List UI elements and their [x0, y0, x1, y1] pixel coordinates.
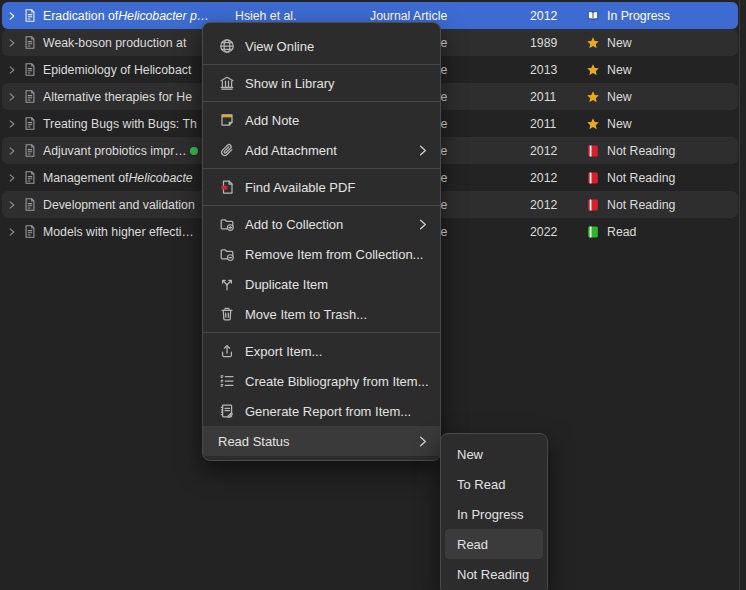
- item-title: Management of Helicobacte: [43, 164, 219, 191]
- document-icon: [23, 2, 39, 29]
- menu-item-add-note[interactable]: Add Note: [203, 105, 440, 135]
- menu-separator: [203, 64, 440, 65]
- menu-item-generate-report[interactable]: Generate Report from Item...: [203, 396, 440, 426]
- menu-item-label: Add Attachment: [245, 143, 415, 158]
- item-read-status: New: [586, 29, 736, 56]
- closed-book-green-icon: [586, 225, 600, 239]
- star-icon: [586, 117, 600, 131]
- menu-item-add-to-collection[interactable]: Add to Collection: [203, 209, 440, 239]
- item-title: Models with higher effecti…: [43, 218, 219, 245]
- item-title: Epidemiology of Helicobact: [43, 56, 219, 83]
- menu-item-label: Add to Collection: [245, 217, 415, 232]
- document-icon: [23, 191, 39, 218]
- item-context-menu: View Online Show in Library Add Note Add…: [202, 22, 441, 461]
- item-year: 2022: [530, 218, 572, 245]
- expand-chevron-icon[interactable]: [7, 29, 20, 56]
- menu-item-read-status[interactable]: Read Status: [203, 426, 440, 456]
- document-icon: [23, 137, 39, 164]
- folder-plus-icon: [218, 216, 235, 233]
- menu-item-label: Find Available PDF: [245, 180, 430, 195]
- menu-item-remove-from-collection[interactable]: Remove Item from Collection...: [203, 239, 440, 269]
- item-title: Eradication of Helicobacter p…: [43, 2, 219, 29]
- expand-chevron-icon[interactable]: [7, 218, 20, 245]
- menu-item-export-item[interactable]: Export Item...: [203, 336, 440, 366]
- submenu-item-read[interactable]: Read: [445, 529, 543, 559]
- item-read-status: Not Reading: [586, 191, 736, 218]
- menu-item-duplicate-item[interactable]: Duplicate Item: [203, 269, 440, 299]
- item-title: Weak-boson production at: [43, 29, 219, 56]
- menu-item-label: View Online: [245, 39, 430, 54]
- item-title: Treating Bugs with Bugs: Th: [43, 110, 219, 137]
- menu-item-label: Duplicate Item: [245, 277, 430, 292]
- menu-item-label: Generate Report from Item...: [245, 404, 430, 419]
- item-title: Alternative therapies for He: [43, 83, 219, 110]
- item-year: 2013: [530, 56, 572, 83]
- submenu-chevron-icon: [415, 143, 430, 158]
- item-year: 2012: [530, 191, 572, 218]
- library-icon: [218, 75, 235, 92]
- item-year: 2012: [530, 2, 572, 29]
- item-read-status: Not Reading: [586, 137, 736, 164]
- star-icon: [586, 63, 600, 77]
- item-year: 2011: [530, 83, 572, 110]
- menu-item-add-attachment[interactable]: Add Attachment: [203, 135, 440, 165]
- item-year: 2011: [530, 110, 572, 137]
- star-icon: [586, 90, 600, 104]
- folder-minus-icon: [218, 246, 235, 263]
- item-title: Adjuvant probiotics impr…: [43, 137, 219, 164]
- document-icon: [23, 83, 39, 110]
- menu-item-label: Create Bibliography from Item...: [245, 374, 430, 389]
- closed-book-red-icon: [586, 144, 600, 158]
- item-read-status: New: [586, 56, 736, 83]
- star-icon: [586, 36, 600, 50]
- menu-item-label: Move Item to Trash...: [245, 307, 430, 322]
- menu-separator: [203, 101, 440, 102]
- item-read-status: In Progress: [586, 2, 736, 29]
- expand-chevron-icon[interactable]: [7, 110, 20, 137]
- expand-chevron-icon[interactable]: [7, 164, 20, 191]
- menu-separator: [203, 168, 440, 169]
- menu-item-show-in-library[interactable]: Show in Library: [203, 68, 440, 98]
- document-icon: [23, 56, 39, 83]
- document-icon: [23, 164, 39, 191]
- document-icon: [23, 29, 39, 56]
- bibliography-list-icon: [218, 373, 235, 390]
- menu-item-label: Show in Library: [245, 76, 430, 91]
- menu-item-label: Read Status: [218, 434, 415, 449]
- expand-chevron-icon[interactable]: [7, 56, 20, 83]
- menu-item-label: Add Note: [245, 113, 430, 128]
- menu-item-create-bibliography[interactable]: Create Bibliography from Item...: [203, 366, 440, 396]
- item-title: Development and validation: [43, 191, 219, 218]
- document-icon: [23, 218, 39, 245]
- report-icon: [218, 403, 235, 420]
- expand-chevron-icon[interactable]: [7, 191, 20, 218]
- pane-divider: [739, 0, 740, 590]
- export-icon: [218, 343, 235, 360]
- note-icon: [218, 112, 235, 129]
- submenu-item-to-read[interactable]: To Read: [445, 469, 543, 499]
- branch-icon: [218, 276, 235, 293]
- trash-icon: [218, 306, 235, 323]
- closed-book-red-icon: [586, 171, 600, 185]
- menu-item-label: Export Item...: [245, 344, 430, 359]
- globe-icon: [218, 38, 235, 55]
- open-book-icon: [586, 9, 600, 23]
- submenu-item-not-reading[interactable]: Not Reading: [445, 559, 543, 589]
- item-year: 1989: [530, 29, 572, 56]
- item-year: 2012: [530, 164, 572, 191]
- submenu-item-new[interactable]: New: [445, 439, 543, 469]
- menu-separator: [203, 205, 440, 206]
- item-read-status: Not Reading: [586, 164, 736, 191]
- expand-chevron-icon[interactable]: [7, 137, 20, 164]
- expand-chevron-icon[interactable]: [7, 2, 20, 29]
- expand-chevron-icon[interactable]: [7, 83, 20, 110]
- document-icon: [23, 110, 39, 137]
- paperclip-icon: [218, 142, 235, 159]
- menu-item-find-available-pdf[interactable]: Find Available PDF: [203, 172, 440, 202]
- menu-separator: [203, 332, 440, 333]
- menu-item-label: Remove Item from Collection...: [245, 247, 430, 262]
- submenu-item-in-progress[interactable]: In Progress: [445, 499, 543, 529]
- menu-item-view-online[interactable]: View Online: [203, 31, 440, 61]
- item-year: 2012: [530, 137, 572, 164]
- menu-item-move-to-trash[interactable]: Move Item to Trash...: [203, 299, 440, 329]
